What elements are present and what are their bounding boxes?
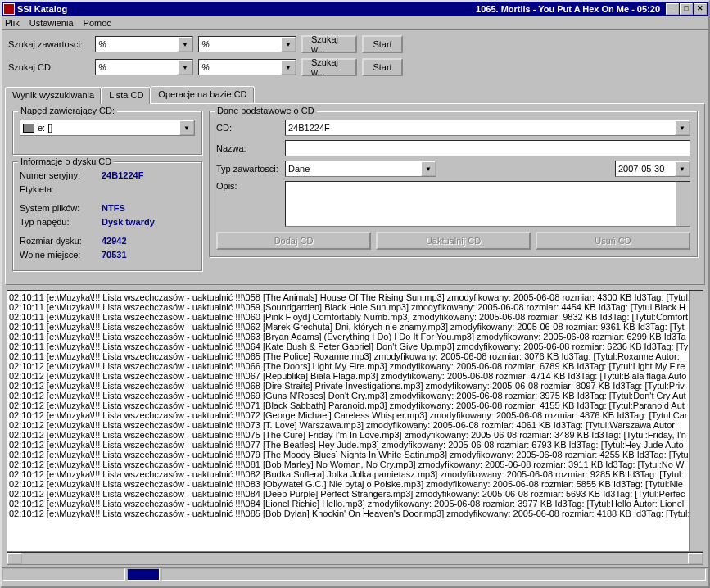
search-content-label: Szukaj zawartosci:	[8, 39, 90, 49]
fs-value: NTFS	[102, 203, 125, 213]
log-line[interactable]: 02:10:12 [e:\Muzyka\!!! Lista wszechczas…	[9, 420, 701, 430]
log-line[interactable]: 02:10:12 [e:\Muzyka\!!! Lista wszechczas…	[9, 371, 701, 381]
log-line[interactable]: 02:10:12 [e:\Muzyka\!!! Lista wszechczas…	[9, 509, 701, 518]
add-cd-button[interactable]: Dodaj CD	[216, 232, 371, 250]
log-line[interactable]: 02:10:12 [e:\Muzyka\!!! Lista wszechczas…	[9, 430, 701, 440]
search-content-combo-1[interactable]: %	[95, 36, 193, 52]
menu-help[interactable]: Pomoc	[84, 18, 111, 28]
minimize-button[interactable]: _	[666, 3, 679, 15]
maximize-button[interactable]: □	[680, 3, 693, 15]
main-window: SSI Katalog 1065. Mortiis - You Put A He…	[0, 0, 710, 588]
log-line[interactable]: 02:10:12 [e:\Muzyka\!!! Lista wszechczas…	[9, 479, 701, 489]
now-playing: 1065. Mortiis - You Put A Hex On Me - 05…	[476, 4, 660, 14]
log-line[interactable]: 02:10:11 [e:\Muzyka\!!! Lista wszechczas…	[9, 351, 701, 361]
etykieta-label: Etykieta:	[20, 184, 93, 194]
tabstrip: Wynik wyszukiwania Lista CD Operacje na …	[2, 86, 708, 103]
log-line[interactable]: 02:10:11 [e:\Muzyka\!!! Lista wszechczas…	[9, 292, 701, 302]
fs-label: System plików:	[20, 203, 93, 213]
log-line[interactable]: 02:10:12 [e:\Muzyka\!!! Lista wszechczas…	[9, 381, 701, 391]
log-line[interactable]: 02:10:12 [e:\Muzyka\!!! Lista wszechczas…	[9, 361, 701, 371]
cd-data-group: Dane podstawowe o CD CD: 24B1224F Nazwa:…	[209, 111, 698, 257]
size-value: 42942	[102, 236, 127, 246]
drive-group: Napęd zawierający CD: e: []	[12, 111, 202, 155]
titlebar: SSI Katalog 1065. Mortiis - You Put A He…	[2, 2, 708, 16]
search-cd-start-button[interactable]: Start	[362, 58, 403, 76]
close-button[interactable]: ✕	[694, 3, 707, 15]
search-content-combo-2[interactable]: %	[198, 36, 296, 52]
serial-value: 24B1224F	[102, 170, 143, 180]
menu-settings[interactable]: Ustawienia	[29, 18, 74, 28]
desc-label: Opis:	[216, 181, 282, 191]
status-cell-1	[2, 568, 125, 581]
search-cd-combo-1[interactable]: %	[95, 59, 193, 75]
log-line[interactable]: 02:10:12 [e:\Muzyka\!!! Lista wszechczas…	[9, 489, 701, 499]
drivetype-label: Typ napędu:	[20, 217, 93, 227]
search-cd-combo-2[interactable]: %	[198, 59, 296, 75]
search-content-start-button[interactable]: Start	[362, 35, 403, 53]
search-toolbar: Szukaj zawartosci: % % Szukaj w... Start…	[2, 30, 708, 86]
log-line[interactable]: 02:10:12 [e:\Muzyka\!!! Lista wszechczas…	[9, 410, 701, 420]
drive-icon	[23, 124, 34, 133]
tab-cdlist[interactable]: Lista CD	[102, 87, 151, 104]
log-line[interactable]: 02:10:11 [e:\Muzyka\!!! Lista wszechczas…	[9, 341, 701, 351]
update-cd-button[interactable]: Uaktualnij CD	[376, 232, 531, 250]
delete-cd-button[interactable]: Usuń CD	[536, 232, 690, 250]
log-line[interactable]: 02:10:12 [e:\Muzyka\!!! Lista wszechczas…	[9, 440, 701, 450]
drive-group-legend: Napęd zawierający CD:	[18, 106, 117, 115]
search-cd-label: Szukaj CD:	[8, 62, 90, 72]
desc-textarea[interactable]: ▲ ▼	[285, 181, 690, 227]
cd-label: CD:	[216, 123, 282, 133]
log-line[interactable]: 02:10:12 [e:\Muzyka\!!! Lista wszechczas…	[9, 400, 701, 410]
statusbar	[2, 567, 708, 581]
drivetype-value: Dysk twardy	[102, 217, 155, 227]
type-label: Typ zawartosci:	[216, 164, 282, 174]
log-line[interactable]: 02:10:12 [e:\Muzyka\!!! Lista wszechczas…	[9, 469, 701, 479]
disk-info-group: Informacje o dysku CD Numer seryjny:24B1…	[12, 161, 202, 271]
log-list[interactable]: 02:10:11 [e:\Muzyka\!!! Lista wszechczas…	[7, 290, 703, 552]
log-line[interactable]: 02:10:12 [e:\Muzyka\!!! Lista wszechczas…	[9, 391, 701, 400]
cd-data-legend: Dane podstawowe o CD	[215, 106, 317, 115]
scroll-down-icon[interactable]: ▼	[676, 213, 690, 226]
search-cd-in-button[interactable]: Szukaj w...	[301, 58, 357, 76]
scroll-up-icon[interactable]: ▲	[676, 182, 690, 195]
log-line[interactable]: 02:10:11 [e:\Muzyka\!!! Lista wszechczas…	[9, 332, 701, 341]
type-combo[interactable]: Dane	[285, 161, 436, 177]
log-line[interactable]: 02:10:12 [e:\Muzyka\!!! Lista wszechczas…	[9, 459, 701, 469]
log-line[interactable]: 02:10:12 [e:\Muzyka\!!! Lista wszechczas…	[9, 450, 701, 459]
status-cell-3	[161, 568, 706, 581]
log-line[interactable]: 02:10:11 [e:\Muzyka\!!! Lista wszechczas…	[9, 322, 701, 332]
status-cell-2	[127, 568, 160, 581]
date-combo[interactable]: 2007-05-30	[615, 161, 690, 177]
tab-results[interactable]: Wynik wyszukiwania	[5, 87, 102, 104]
free-value: 70531	[102, 250, 127, 260]
size-label: Rozmiar dysku:	[20, 236, 93, 246]
app-title: SSI Katalog	[17, 4, 67, 14]
serial-label: Numer seryjny:	[20, 170, 93, 180]
name-label: Nazwa:	[216, 143, 282, 153]
log-line[interactable]: 02:10:12 [e:\Muzyka\!!! Lista wszechczas…	[9, 499, 701, 509]
tab-ops[interactable]: Operacje na bazie CD	[151, 86, 254, 103]
name-input[interactable]	[285, 140, 690, 156]
log-line[interactable]: 02:10:11 [e:\Muzyka\!!! Lista wszechczas…	[9, 312, 701, 322]
menubar: Plik Ustawienia Pomoc	[2, 16, 708, 30]
tab-page-ops: Napęd zawierający CD: e: [] Informacje o…	[5, 103, 705, 285]
log-line[interactable]: 02:10:11 [e:\Muzyka\!!! Lista wszechczas…	[9, 302, 701, 312]
log-hscrollbar[interactable]	[7, 552, 703, 565]
app-icon	[3, 3, 15, 15]
cd-combo[interactable]: 24B1224F	[285, 120, 690, 136]
search-content-in-button[interactable]: Szukaj w...	[301, 35, 357, 53]
drive-combo[interactable]: e: []	[20, 120, 195, 136]
menu-file[interactable]: Plik	[5, 18, 20, 28]
disk-info-legend: Informacje o dysku CD	[18, 156, 114, 166]
free-label: Wolne miejsce:	[20, 250, 93, 260]
